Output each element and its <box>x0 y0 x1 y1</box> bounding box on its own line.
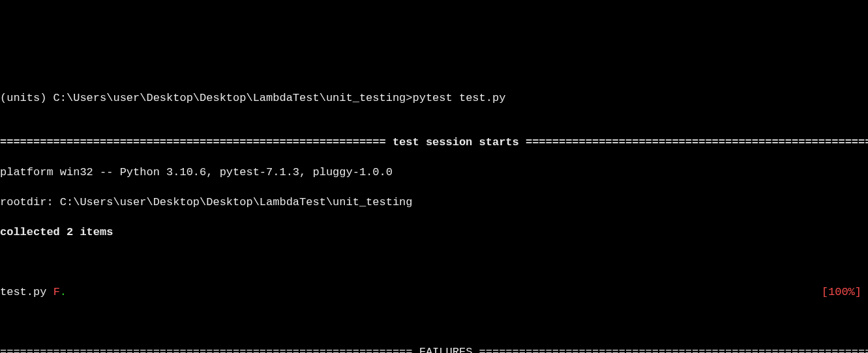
platform-info: platform win32 -- Python 3.10.6, pytest-… <box>0 165 868 180</box>
collected-info: collected 2 items <box>0 225 868 240</box>
progress-pct: [100%] <box>822 285 868 300</box>
result-file: test.py <box>0 285 53 300</box>
blank <box>0 255 868 270</box>
failures-divider: ========================================… <box>0 345 868 353</box>
session-divider: ========================================… <box>0 135 868 150</box>
test-result-line: test.py F.[100%] <box>0 285 868 300</box>
terminal-output: (units) C:\Users\user\Desktop\Desktop\La… <box>0 60 868 353</box>
pass-marker: . <box>60 285 67 300</box>
prompt-prefix: (units) C:\Users\user\Desktop\Desktop\La… <box>0 92 413 104</box>
command-text: pytest test.py <box>413 92 506 104</box>
rootdir-info: rootdir: C:\Users\user\Desktop\Desktop\L… <box>0 195 868 210</box>
fail-marker: F <box>53 285 60 300</box>
command-line[interactable]: (units) C:\Users\user\Desktop\Desktop\La… <box>0 91 868 106</box>
blank <box>0 315 868 330</box>
